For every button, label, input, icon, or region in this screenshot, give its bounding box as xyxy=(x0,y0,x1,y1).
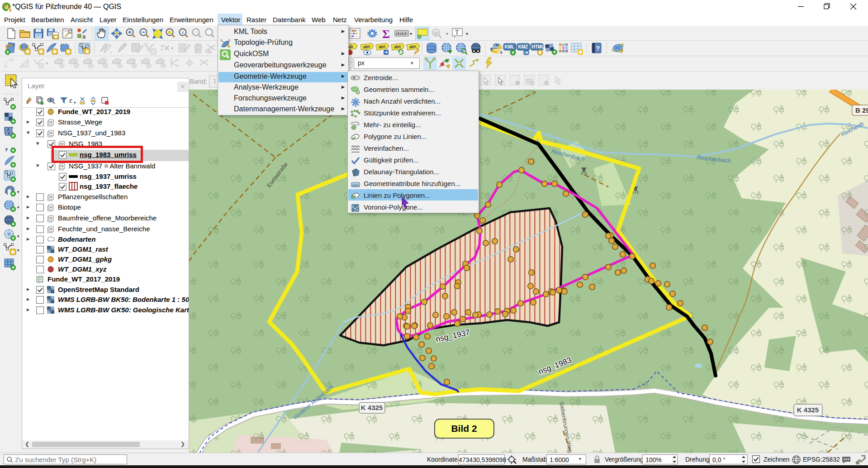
svg-text:Bild 2: Bild 2 xyxy=(451,423,477,434)
svg-text:K 4325: K 4325 xyxy=(797,406,819,414)
svg-text:HTML: HTML xyxy=(532,44,544,49)
svg-text:,: , xyxy=(5,141,8,153)
svg-text:ab: ab xyxy=(348,44,353,49)
svg-text:abc: abc xyxy=(363,44,370,49)
svg-text:abc: abc xyxy=(394,44,401,49)
svg-text:KML: KML xyxy=(505,44,515,49)
svg-text:a: a xyxy=(82,33,86,39)
svg-text:?: ? xyxy=(596,44,600,52)
svg-text:abc: abc xyxy=(409,44,417,49)
svg-text:7: 7 xyxy=(160,44,164,53)
svg-text:KMZ: KMZ xyxy=(518,44,528,49)
svg-text:1:1: 1:1 xyxy=(194,31,198,34)
svg-text:Σ: Σ xyxy=(382,28,390,40)
svg-text:K 4325: K 4325 xyxy=(361,404,383,411)
svg-text:abc: abc xyxy=(378,44,386,49)
svg-text:T: T xyxy=(455,29,459,36)
svg-text:ε: ε xyxy=(69,96,72,104)
svg-text:B 29: B 29 xyxy=(855,106,868,114)
